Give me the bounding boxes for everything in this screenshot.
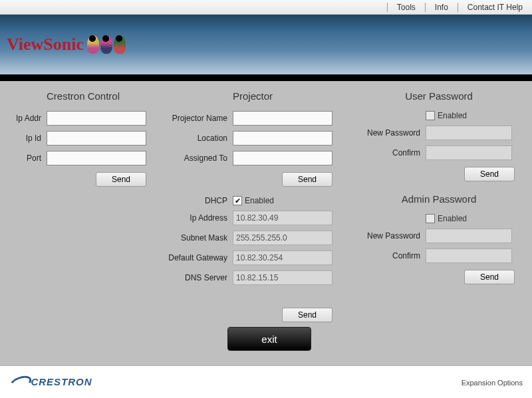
user-password-send-button[interactable]: Send xyxy=(464,167,515,181)
assigned-label: Assigned To xyxy=(160,153,233,163)
ip-id-label: Ip Id xyxy=(13,134,47,143)
nav-contact[interactable]: Contact IT Help xyxy=(458,3,532,12)
ip-addr-input[interactable] xyxy=(47,111,146,126)
admin-enabled-label: Enabled xyxy=(438,214,467,223)
exit-button[interactable]: exit xyxy=(227,327,311,351)
gateway-label: Default Gateway xyxy=(160,253,233,262)
user-new-password-input[interactable] xyxy=(426,126,512,140)
crestron-title: Crestron Control xyxy=(13,90,153,102)
ip-addr-label: Ip Addr xyxy=(13,114,47,123)
projector-name-input[interactable] xyxy=(233,111,332,126)
ip-address-label: Ip Address xyxy=(160,213,233,223)
crestron-send-button[interactable]: Send xyxy=(96,172,146,187)
user-enabled-checkbox[interactable] xyxy=(426,111,435,120)
nav-info[interactable]: Info xyxy=(426,3,458,12)
ip-address-input xyxy=(233,211,332,225)
divider-bar xyxy=(0,74,532,81)
footer: CRESTRON Expansion Options xyxy=(0,365,532,398)
dhcp-checkbox[interactable] xyxy=(233,196,242,205)
admin-confirm-input[interactable] xyxy=(426,249,512,263)
admin-password-title: Admin Password xyxy=(359,193,519,205)
brand-logo-icon xyxy=(86,35,126,54)
user-new-password-label: New Password xyxy=(359,128,426,138)
top-nav: Tools Info Contact IT Help xyxy=(0,0,532,15)
brand-logo-text: ViewSonic xyxy=(7,35,84,54)
port-input[interactable] xyxy=(47,151,146,165)
banner: ViewSonic xyxy=(0,15,532,74)
user-confirm-label: Confirm xyxy=(359,148,426,157)
crestron-swoosh-icon xyxy=(8,373,33,393)
projector-title: Projector xyxy=(160,90,346,102)
main-panel: Crestron Control Ip Addr Ip Id Port Send… xyxy=(0,81,532,365)
subnet-input xyxy=(233,231,332,245)
dhcp-label: DHCP xyxy=(160,196,233,205)
dns-label: DNS Server xyxy=(160,273,233,282)
subnet-label: Subnet Mask xyxy=(160,233,233,243)
user-confirm-input[interactable] xyxy=(426,146,512,160)
crestron-section: Crestron Control Ip Addr Ip Id Port Send xyxy=(13,88,153,329)
user-password-title: User Password xyxy=(359,90,519,102)
location-label: Location xyxy=(160,134,233,143)
location-input[interactable] xyxy=(233,131,332,146)
admin-new-password-label: New Password xyxy=(359,231,426,241)
admin-new-password-input[interactable] xyxy=(426,229,512,243)
dns-input xyxy=(233,270,332,285)
crestron-logo: CRESTRON xyxy=(9,376,92,389)
assigned-input[interactable] xyxy=(233,151,332,165)
user-enabled-label: Enabled xyxy=(438,111,467,120)
network-send-button[interactable]: Send xyxy=(282,308,332,322)
projector-name-label: Projector Name xyxy=(160,114,233,123)
password-section: User Password Enabled New Password Confi… xyxy=(359,88,519,329)
port-label: Port xyxy=(13,153,47,163)
expansion-options-link[interactable]: Expansion Options xyxy=(462,379,523,387)
nav-tools[interactable]: Tools xyxy=(388,3,425,12)
projector-send-button[interactable]: Send xyxy=(282,172,332,187)
projector-section: Projector Projector Name Location Assign… xyxy=(160,88,346,329)
admin-enabled-checkbox[interactable] xyxy=(426,214,435,223)
crestron-logo-text: CRESTRON xyxy=(31,376,92,387)
dhcp-enabled-label: Enabled xyxy=(245,196,274,205)
admin-password-send-button[interactable]: Send xyxy=(464,270,515,284)
admin-confirm-label: Confirm xyxy=(359,251,426,260)
gateway-input xyxy=(233,250,332,265)
ip-id-input[interactable] xyxy=(47,131,146,146)
